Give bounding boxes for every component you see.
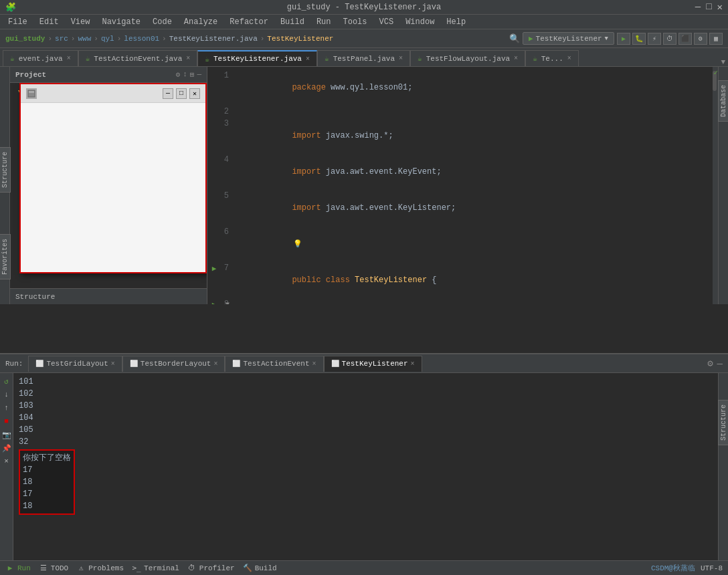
run-pin-icon[interactable]: 📌	[1, 443, 12, 453]
close-button[interactable]: ✕	[717, 1, 723, 13]
menu-edit[interactable]: Edit	[34, 16, 64, 28]
maximize-button[interactable]: □	[706, 1, 711, 13]
line-code-4[interactable]: import java.awt.event.KeyEvent;	[234, 154, 718, 190]
nav-class[interactable]: TestKeyListener	[267, 35, 333, 43]
tab-icon-testpanel: ☕	[325, 54, 329, 63]
run-tab-testgridlayout[interactable]: ⬜ TestGridLayout ×	[28, 356, 122, 372]
menu-vcs[interactable]: VCS	[374, 16, 399, 28]
run-button[interactable]: ▶	[617, 33, 630, 45]
tab-close-testkeylistener[interactable]: ×	[306, 55, 310, 63]
run-restart-icon[interactable]: ↺	[1, 376, 12, 386]
build-icon: 🔨	[243, 564, 252, 573]
editor-area[interactable]: 1 package www.qyl.lesson01; 2 3 import j…	[207, 67, 718, 304]
line-code-1[interactable]: package www.qyl.lesson01;	[234, 70, 718, 106]
run-tab-close-testgridlayout[interactable]: ×	[111, 360, 115, 368]
bottom-structure-tab[interactable]: Structure	[718, 400, 729, 445]
run-scroll-down-icon[interactable]: ↓	[1, 389, 12, 400]
statusbar-profiler[interactable]: ⏱ Profiler	[187, 564, 235, 573]
line-code-8[interactable]: public static void main(String[] args) {	[234, 298, 718, 304]
tab-close-testpanel[interactable]: ×	[399, 55, 403, 62]
project-layout-icon[interactable]: ⊞	[190, 70, 195, 79]
run-settings-gear-icon[interactable]: ⚙	[707, 358, 713, 369]
statusbar-terminal[interactable]: >_ Terminal	[132, 564, 179, 573]
menu-file[interactable]: File	[3, 16, 33, 28]
debug-button[interactable]: 🐛	[632, 33, 646, 45]
menu-refactor[interactable]: Refactor	[224, 16, 274, 28]
menu-help[interactable]: Help	[441, 16, 471, 28]
editor-scrollbar[interactable]: ✓	[713, 67, 718, 304]
run-camera-icon[interactable]: 📷	[1, 429, 12, 440]
tab-testactionevent[interactable]: ☕ TestActionEvent.java ×	[78, 50, 198, 66]
tab-more[interactable]: ☕ Te... ×	[525, 50, 579, 66]
profile-button[interactable]: ⏱	[663, 33, 676, 45]
swing-close-btn[interactable]: ✕	[189, 88, 200, 99]
code-scroll[interactable]: 1 package www.qyl.lesson01; 2 3 import j…	[207, 67, 718, 304]
nav-qyl[interactable]: qyl	[101, 35, 114, 43]
build-label: Build	[255, 564, 277, 572]
run-tab-icon-testkeylistener: ⬜	[331, 360, 339, 368]
tab-close-testactionevent[interactable]: ×	[186, 55, 190, 62]
swing-controls: — □ ✕	[163, 88, 200, 99]
statusbar-run[interactable]: ▶ Run	[5, 564, 31, 573]
run-settings-hide-icon[interactable]: —	[717, 358, 723, 369]
tab-testpanel[interactable]: ☕ TestPanel.java ×	[317, 50, 410, 66]
run-config-button[interactable]: ▶ TestKeyListener ▼	[523, 32, 614, 45]
run-stop-icon[interactable]: ■	[1, 416, 12, 427]
run-tab-testborderlayout[interactable]: ⬜ TestBorderLayout ×	[122, 356, 225, 372]
line-code-7[interactable]: public class TestKeyListener {	[234, 262, 718, 298]
line-code-3[interactable]: import javax.swing.*;	[234, 118, 718, 154]
menu-tools[interactable]: Tools	[338, 16, 373, 28]
statusbar-problems[interactable]: ⚠ Problems	[76, 564, 124, 573]
tab-label-testactionevent: TestActionEvent.java	[94, 55, 182, 63]
run-tab-close-testkeylistener[interactable]: ×	[411, 360, 415, 368]
run-tab-close-testborderlayout[interactable]: ×	[213, 360, 217, 368]
run-tab-close-testactionevent[interactable]: ×	[312, 360, 316, 368]
minimize-button[interactable]: —	[695, 1, 701, 13]
tab-event[interactable]: ☕ event.java ×	[3, 50, 78, 66]
line-code-6[interactable]: 💡	[234, 226, 718, 262]
project-gear-icon[interactable]: ⚙	[176, 70, 181, 79]
fold-arrow-8[interactable]: ▼	[221, 298, 234, 304]
output-line-17a: 17	[23, 464, 71, 476]
run-tab-testkeylistener[interactable]: ⬜ TestKeyListener ×	[324, 356, 422, 372]
layout-button[interactable]: ▦	[709, 33, 723, 45]
menu-analyze[interactable]: Analyze	[179, 16, 223, 28]
line-code-5[interactable]: import java.awt.event.KeyListener;	[234, 190, 718, 226]
menu-view[interactable]: View	[66, 16, 96, 28]
nav-www[interactable]: www	[78, 35, 91, 43]
line-code-2[interactable]	[234, 106, 718, 118]
swing-minimize-btn[interactable]: —	[163, 88, 173, 99]
run-tab-testactionevent[interactable]: ⬜ TestActionEvent ×	[225, 356, 323, 372]
favorites-tab[interactable]: Favorites	[0, 234, 11, 279]
structure-tab[interactable]: Structure	[0, 147, 11, 193]
menu-window[interactable]: Window	[400, 16, 440, 28]
database-tab[interactable]: Database	[718, 80, 729, 122]
run-close-icon[interactable]: ×	[1, 456, 12, 467]
swing-maximize-btn[interactable]: □	[176, 88, 187, 99]
statusbar-build[interactable]: 🔨 Build	[243, 564, 277, 573]
coverage-button[interactable]: ⚡	[648, 33, 661, 45]
nav-src[interactable]: src	[55, 35, 68, 43]
nav-file[interactable]: TestKeyListener.java	[169, 35, 258, 43]
menu-build[interactable]: Build	[275, 16, 310, 28]
tab-testkeylistener[interactable]: ☕ TestKeyListener.java ×	[197, 50, 317, 66]
project-expand-icon[interactable]: ↕	[183, 70, 187, 79]
menu-code[interactable]: Code	[147, 16, 177, 28]
menu-run[interactable]: Run	[311, 16, 337, 28]
run-scroll-up-icon[interactable]: ↑	[1, 402, 12, 413]
tab-close-event[interactable]: ×	[67, 55, 71, 62]
settings-button[interactable]: ⚙	[694, 33, 707, 45]
tab-close-more[interactable]: ×	[567, 55, 571, 62]
project-close-icon[interactable]: —	[197, 70, 201, 79]
nav-lesson01[interactable]: lesson01	[124, 35, 159, 43]
nav-project[interactable]: gui_study	[5, 35, 45, 43]
tab-label-event: event.java	[19, 55, 63, 63]
tab-testflowlayout[interactable]: ☕ TestFlowLayout.java ×	[410, 50, 525, 66]
menu-navigate[interactable]: Navigate	[96, 16, 146, 28]
statusbar-todo[interactable]: ☰ TODO	[39, 564, 68, 573]
code-line-6: 6 💡	[207, 226, 718, 262]
tab-close-testflowlayout[interactable]: ×	[514, 55, 518, 62]
tab-overflow[interactable]: ▼	[718, 58, 728, 66]
stop-button[interactable]: ⬛	[678, 33, 692, 45]
code-line-2: 2	[207, 106, 718, 118]
